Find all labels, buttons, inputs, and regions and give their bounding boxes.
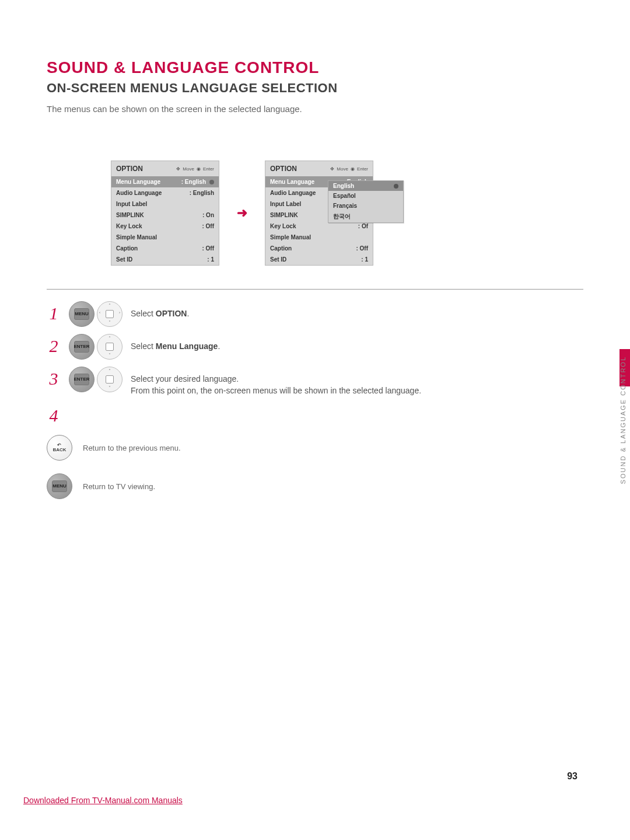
osd-item-value: : Off (202, 223, 214, 229)
enter-icon: ◉ (351, 166, 355, 172)
osd-item-set-id[interactable]: Set ID: 1 (265, 254, 373, 265)
step-number: 2 (47, 337, 61, 355)
step-text-em: Menu Language (156, 341, 218, 351)
osd-panel-left: OPTION ✥ Move ◉ Enter Menu Language : En… (111, 161, 219, 266)
osd-panels-row: OPTION ✥ Move ◉ Enter Menu Language : En… (111, 161, 583, 266)
dpad-button[interactable]: ˄ ˅ (97, 334, 123, 360)
step-number: 4 (47, 407, 61, 424)
osd-item-label: Key Lock (270, 223, 296, 229)
step-text-em: OPTION (156, 309, 187, 318)
osd-item-label: SIMPLINK (270, 212, 298, 218)
selection-dot-icon (209, 180, 214, 184)
step-3: 3 ENTER ˄ ˅ Select your desired language… (47, 367, 583, 396)
title-block: SOUND & LANGUAGE CONTROL ON-SCREEN MENUS… (47, 58, 583, 114)
dpad-button[interactable]: ˄ ˅ (97, 367, 123, 392)
osd-item-audio-language[interactable]: Audio Language: English (111, 187, 219, 198)
dpad-button[interactable]: ˄ ˅ ˂ ˃ (97, 301, 123, 327)
step-2: 2 ENTER ˄ ˅ Select Menu Language. (47, 334, 583, 360)
osd-item-value: : On (202, 212, 214, 218)
osd-body: Menu Language : English Audio Language: … (111, 176, 219, 265)
step-buttons: MENU ˄ ˅ ˂ ˃ (69, 301, 123, 327)
enter-icon: ◉ (197, 166, 201, 172)
dpad-center (106, 343, 114, 351)
selection-dot-icon (394, 184, 398, 189)
step-text: Select OPTION. (131, 308, 189, 320)
osd-hint-enter: Enter (203, 166, 214, 172)
osd-item-label: Menu Language (116, 179, 160, 185)
osd-item-label: SIMPLINK (116, 212, 144, 218)
intro-text: The menus can be shown on the screen in … (47, 104, 583, 114)
dpad-center (106, 375, 114, 384)
menu-text: Return to TV viewing. (83, 482, 155, 491)
osd-item-value: : English (190, 190, 214, 196)
step-text: Select your desired language. From this … (131, 374, 421, 396)
osd-hint-enter: Enter (357, 166, 368, 172)
language-submenu: English Español Français 한국어 (328, 180, 404, 223)
osd-item-label: Caption (270, 245, 292, 252)
step-buttons: ENTER ˄ ˅ (69, 334, 123, 360)
post-steps: ↶BACK Return to the previous menu. MENU … (47, 435, 583, 499)
title-main: SOUND & LANGUAGE CONTROL (47, 58, 583, 77)
osd-item-value: : Of (358, 223, 368, 229)
enter-button[interactable]: ENTER (69, 367, 94, 392)
chevron-up-icon: ˄ (108, 368, 111, 374)
osd-item-value: : English (181, 179, 206, 185)
arrow-right-icon: ➜ (237, 205, 247, 221)
osd-header: OPTION ✥ Move ◉ Enter (111, 161, 219, 176)
osd-item-simplink[interactable]: SIMPLINK: On (111, 210, 219, 221)
osd-item-caption[interactable]: Caption: Off (111, 243, 219, 254)
steps-list: 1 MENU ˄ ˅ ˂ ˃ Select OPTION. 2 ENTER ˄ … (47, 301, 583, 499)
step-text: Select Menu Language. (131, 341, 220, 353)
button-label: MENU (52, 484, 66, 489)
step-1: 1 MENU ˄ ˅ ˂ ˃ Select OPTION. (47, 301, 583, 327)
osd-hint: ✥ Move ◉ Enter (176, 166, 214, 172)
menu-button[interactable]: MENU (69, 301, 94, 327)
button-label: MENU (75, 312, 89, 316)
osd-item-value: : 1 (207, 256, 214, 263)
submenu-item-francais[interactable]: Français (328, 201, 403, 211)
osd-item-simple-manual[interactable]: Simple Manual (111, 232, 219, 243)
osd-item-caption[interactable]: Caption: Off (265, 243, 373, 254)
footer-download-link[interactable]: Downloaded From TV-Manual.com Manuals (23, 796, 183, 805)
osd-item-key-lock[interactable]: Key Lock: Off (111, 221, 219, 232)
osd-item-label: Caption (116, 245, 138, 252)
submenu-item-english[interactable]: English (328, 181, 403, 191)
osd-header: OPTION ✥ Move ◉ Enter (265, 161, 373, 176)
button-label: ↶BACK (52, 443, 66, 453)
osd-item-label: Set ID (270, 256, 286, 263)
chevron-right-icon: ˃ (118, 312, 121, 317)
osd-item-label: Audio Language (116, 190, 162, 196)
submenu-label: Español (333, 193, 356, 199)
osd-title: OPTION (116, 165, 143, 173)
back-button[interactable]: ↶BACK (47, 435, 72, 461)
section-tab-label: SOUND & LANGUAGE CONTROL (620, 356, 628, 484)
osd-item-input-label[interactable]: Input Label (111, 198, 219, 210)
step-4: 4 (47, 403, 583, 424)
chevron-up-icon: ˄ (108, 336, 111, 341)
submenu-label: English (333, 183, 354, 189)
osd-panel-right-wrap: OPTION ✥ Move ◉ Enter Menu Language: Eng… (265, 161, 373, 266)
osd-item-label: Input Label (270, 201, 301, 207)
title-sub: ON-SCREEN MENUS LANGUAGE SELECTION (47, 81, 583, 96)
enter-button[interactable]: ENTER (69, 334, 94, 360)
chevron-down-icon: ˅ (108, 385, 111, 391)
osd-hint-move: Move (183, 166, 194, 172)
move-icon: ✥ (176, 166, 180, 172)
osd-item-label: Key Lock (116, 223, 142, 229)
osd-item-simple-manual[interactable]: Simple Manual (265, 232, 373, 243)
back-instruction: ↶BACK Return to the previous menu. (47, 435, 583, 461)
button-label: ENTER (74, 377, 89, 382)
osd-item-menu-language[interactable]: Menu Language : English (111, 176, 219, 187)
submenu-label: Français (333, 203, 357, 209)
chevron-up-icon: ˄ (108, 303, 111, 308)
step-buttons: ENTER ˄ ˅ (69, 367, 123, 392)
osd-item-value: : Off (356, 245, 368, 252)
page-number: 93 (567, 771, 578, 782)
osd-item-label: Audio Language (270, 190, 316, 196)
menu-button[interactable]: MENU (47, 473, 72, 499)
submenu-item-korean[interactable]: 한국어 (328, 211, 403, 222)
osd-item-value: : 1 (361, 256, 368, 263)
osd-item-set-id[interactable]: Set ID: 1 (111, 254, 219, 265)
menu-instruction: MENU Return to TV viewing. (47, 473, 583, 499)
submenu-item-espanol[interactable]: Español (328, 191, 403, 201)
